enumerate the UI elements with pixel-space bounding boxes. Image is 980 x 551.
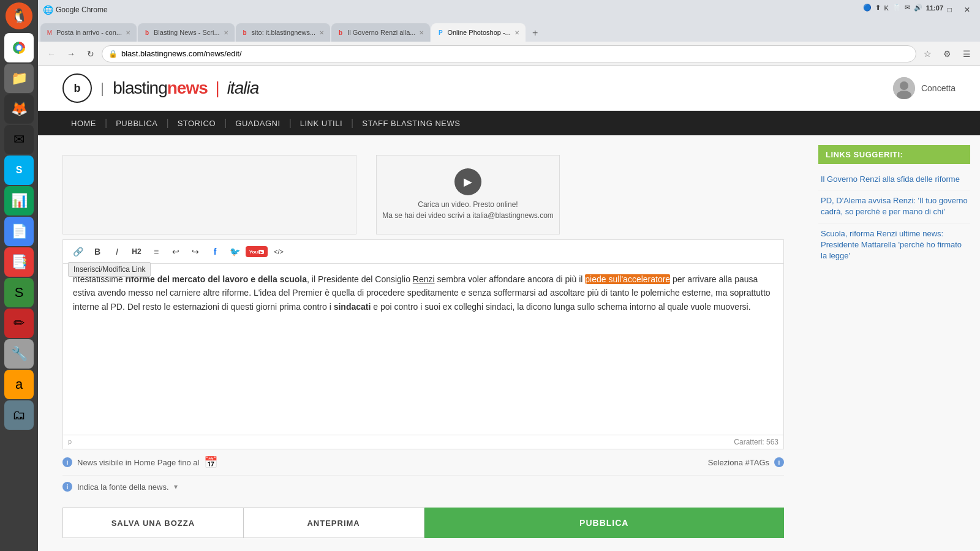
tab-blasting-edit[interactable]: b Blasting News - Scri... ✕ [138, 23, 235, 42]
editor-toolbar: Inserisci/Modifica Link 🔗 B I H2 ≡ ↩ ↪ f… [62, 239, 784, 264]
tab-close-site[interactable]: ✕ [318, 29, 325, 37]
text-renzi-underline: Renzi [413, 274, 435, 284]
tab-favicon-gmail: M [45, 28, 54, 37]
nav-link-utili[interactable]: LINK UTILI [292, 111, 351, 135]
facebook-button[interactable]: f [206, 244, 224, 260]
page-content: b | blastingnews | italia Concetta [38, 66, 980, 551]
taskbar-bezier[interactable]: ✏ [4, 309, 34, 338]
video-upload-box[interactable]: ▶ Carica un video. Presto online! Ma se … [376, 155, 560, 234]
tab-favicon-photoshop: P [436, 28, 445, 37]
logo-circle: b [62, 73, 92, 103]
tray-icon-5: ✉ [905, 4, 910, 12]
paragraph-indicator: p [68, 438, 72, 445]
text-highlighted: piede sull'acceleratore [585, 274, 670, 284]
taskbar-chrome[interactable] [4, 33, 34, 62]
system-time: 11:07 [926, 4, 943, 12]
action-buttons: SALVA UNA BOZZA ANTEPRIMA PUBBLICA [62, 508, 784, 538]
tray-icon-1: 🔵 [863, 4, 872, 12]
taskbar-firefox[interactable]: 🦊 [4, 94, 34, 124]
taskbar-impress[interactable]: 📑 [4, 247, 34, 277]
char-count-bar: p Caratteri: 563 [62, 435, 784, 449]
tab-favicon-governo: b [336, 28, 345, 37]
video-play-button[interactable]: ▶ [454, 168, 481, 195]
tab-close-photoshop[interactable]: ✕ [513, 29, 521, 37]
tags-label[interactable]: Seleziona #TAGs [708, 458, 769, 467]
fonte-label[interactable]: Indica la fonte della news. [77, 482, 169, 492]
taskbar-settings[interactable]: 🔧 [4, 339, 34, 369]
nav-staff[interactable]: STAFF BLASTING NEWS [353, 111, 469, 135]
taskbar-skype[interactable]: S [4, 156, 34, 185]
address-lock-icon: 🔒 [108, 50, 118, 58]
bold-button[interactable]: B [89, 244, 106, 260]
menu-button[interactable]: ☰ [958, 45, 975, 62]
reload-button[interactable]: ↻ [82, 45, 99, 62]
tab-photoshop[interactable]: P Online Photoshop -... ✕ [431, 23, 525, 42]
svg-point-1 [17, 45, 21, 50]
h2-button[interactable]: H2 [128, 244, 145, 260]
tab-close-gmail[interactable]: ✕ [124, 29, 132, 37]
address-input[interactable]: blast.blastingnews.com/news/edit/ [121, 49, 910, 58]
forward-button[interactable]: → [62, 45, 80, 62]
logo-italia: italia [227, 78, 259, 97]
sidebar-link-1[interactable]: Il Governo Renzi alla sfida delle riform… [818, 169, 970, 190]
new-tab-button[interactable]: + [527, 24, 544, 42]
sidebar: LINKS SUGGERITI: Il Governo Renzi alla s… [809, 135, 980, 551]
tab-label-governo: Il Governo Renzi alla... [347, 29, 415, 36]
fonte-dropdown-icon[interactable]: ▾ [174, 482, 178, 491]
title-bar: 🌐 Google Chrome — □ ✕ 🔵 ⬆ K 🦷 ✉ 🔊 11:07 [38, 0, 980, 20]
taskbar-script[interactable]: S [4, 278, 34, 307]
tray-icon-3: K [884, 4, 889, 12]
taskbar-thunderbird[interactable]: ✉ [4, 125, 34, 154]
insert-link-button[interactable]: 🔗 [69, 244, 86, 260]
taskbar-more[interactable]: 🗂 [4, 400, 34, 430]
user-name[interactable]: Concetta [921, 83, 956, 93]
taskbar-sheets[interactable]: 📊 [4, 186, 34, 216]
save-draft-button[interactable]: SALVA UNA BOZZA [62, 508, 244, 538]
calendar-icon[interactable]: 📅 [204, 455, 217, 469]
close-button[interactable]: ✕ [959, 4, 975, 15]
preview-button[interactable]: ANTEPRIMA [244, 508, 424, 538]
nav-home[interactable]: HOME [62, 111, 105, 135]
nav-storico[interactable]: STORICO [169, 111, 225, 135]
tab-label-site: sito: it.blastingnews... [252, 29, 316, 36]
tab-bar: M Posta in arrivo - con... ✕ b Blasting … [38, 20, 980, 42]
youtube-button[interactable]: You ▶ [246, 246, 268, 257]
back-button[interactable]: ← [43, 45, 60, 62]
nav-guadagni[interactable]: GUADAGNI [227, 111, 288, 135]
tab-gmail[interactable]: M Posta in arrivo - con... ✕ [40, 23, 137, 42]
list-button[interactable]: ≡ [148, 244, 165, 260]
sidebar-link-2[interactable]: PD, D'Alema avvisa Renzi: 'Il tuo govern… [818, 190, 970, 223]
twitter-button[interactable]: 🐦 [226, 244, 243, 260]
code-button[interactable]: </> [270, 244, 287, 260]
taskbar-files[interactable]: 📁 [4, 64, 34, 93]
taskbar-writer[interactable]: 📄 [4, 217, 34, 246]
address-bar[interactable]: 🔒 blast.blastingnews.com/news/edit/ [102, 45, 916, 62]
publish-button[interactable]: PUBBLICA [424, 508, 785, 538]
undo-button[interactable]: ↩ [167, 244, 184, 260]
svg-point-3 [900, 81, 908, 90]
text-sindacati: sindacati [334, 302, 371, 312]
taskbar-amazon[interactable]: a [4, 370, 34, 399]
sidebar-link-3[interactable]: Scuola, riforma Renzi ultime news: Presi… [818, 223, 970, 267]
redo-button[interactable]: ↪ [187, 244, 204, 260]
bookmark-button[interactable]: ☆ [919, 45, 936, 62]
taskbar-ubuntu[interactable]: 🐧 [6, 2, 32, 29]
italic-button[interactable]: I [108, 244, 126, 260]
user-avatar [893, 77, 915, 99]
logo-news: news [167, 78, 208, 97]
tab-close-governo[interactable]: ✕ [418, 29, 425, 37]
text-editor[interactable]: ntestatissime riforme del mercato del la… [62, 264, 784, 435]
news-visible-label: News visibile in Home Page fino al [77, 458, 199, 467]
tab-close-blasting[interactable]: ✕ [222, 29, 230, 37]
nav-pubblica[interactable]: PUBBLICA [107, 111, 166, 135]
settings-button[interactable]: ⚙ [938, 45, 956, 62]
news-visible-row: i News visibile in Home Page fino al 📅 S… [62, 449, 784, 476]
taskbar: 🐧 📁 🦊 ✉ S 📊 📄 📑 S ✏ 🔧 a 🗂 [0, 0, 38, 551]
chrome-logo-icon: 🌐 [43, 5, 53, 15]
editor-area: ▶ Carica un video. Presto online! Ma se … [38, 135, 809, 551]
maximize-button[interactable]: □ [943, 4, 957, 15]
image-upload-box[interactable] [62, 155, 356, 234]
tab-blasting-site[interactable]: b sito: it.blastingnews... ✕ [236, 23, 331, 42]
tab-favicon-blasting: b [143, 28, 151, 37]
tab-governo[interactable]: b Il Governo Renzi alla... ✕ [331, 23, 430, 42]
